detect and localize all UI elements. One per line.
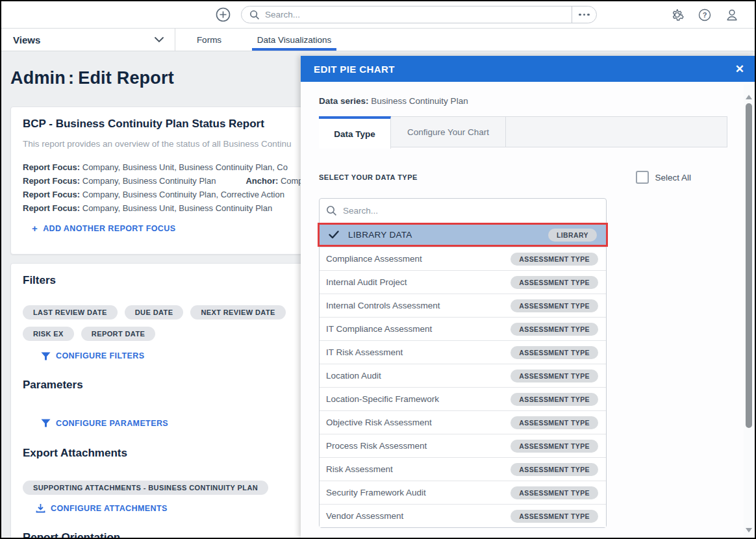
help-icon[interactable]: ? bbox=[698, 8, 712, 22]
data-type-row[interactable]: Process Risk Assessment ASSESSMENT TYPE bbox=[320, 434, 606, 457]
user-icon[interactable] bbox=[725, 8, 739, 22]
svg-text:?: ? bbox=[703, 10, 707, 18]
filter-chip[interactable]: DUE DATE bbox=[125, 305, 184, 320]
data-type-row[interactable]: Vendor Assessment ASSESSMENT TYPE bbox=[320, 504, 606, 527]
close-icon[interactable]: ✕ bbox=[735, 62, 744, 76]
data-type-badge: ASSESSMENT TYPE bbox=[510, 463, 598, 476]
top-bar-actions: ? bbox=[670, 8, 755, 22]
data-type-name: Internal Audit Project bbox=[326, 277, 407, 287]
add-report-focus-button[interactable]: + ADD ANOTHER REPORT FOCUS bbox=[32, 223, 175, 234]
data-type-badge: ASSESSMENT TYPE bbox=[510, 323, 598, 336]
data-type-badge: ASSESSMENT TYPE bbox=[510, 416, 598, 429]
data-type-badge: ASSESSMENT TYPE bbox=[510, 253, 598, 266]
tab-data-visualizations[interactable]: Data Visualizations bbox=[252, 29, 336, 51]
list-search[interactable] bbox=[320, 199, 606, 223]
data-type-row[interactable]: Location-Specific Framework ASSESSMENT T… bbox=[320, 387, 606, 410]
data-type-row[interactable]: Objective Risk Assessment ASSESSMENT TYP… bbox=[320, 410, 606, 434]
modal-body: Data series: Business Continuity Plan Da… bbox=[301, 82, 755, 528]
data-series: Data series: Business Continuity Plan bbox=[319, 96, 725, 106]
more-options-icon[interactable] bbox=[572, 6, 596, 23]
search-icon bbox=[249, 10, 260, 20]
modal-header: EDIT PIE CHART ✕ bbox=[301, 56, 755, 82]
tab-data-type[interactable]: Data Type bbox=[319, 116, 391, 149]
search-input[interactable] bbox=[265, 10, 572, 19]
data-type-name: Security Framework Audit bbox=[326, 488, 426, 497]
data-type-row[interactable]: Compliance Assessment ASSESSMENT TYPE bbox=[320, 247, 606, 270]
data-type-row[interactable]: IT Risk Assessment ASSESSMENT TYPE bbox=[320, 340, 606, 364]
data-type-name: Internal Controls Assessment bbox=[326, 301, 440, 310]
data-type-row[interactable]: Security Framework Audit ASSESSMENT TYPE bbox=[320, 481, 606, 504]
data-type-badge: LIBRARY bbox=[548, 229, 597, 242]
data-type-name: Location Audit bbox=[326, 371, 381, 381]
scroll-up-icon[interactable] bbox=[746, 95, 752, 99]
global-search[interactable] bbox=[241, 6, 597, 23]
select-all-control[interactable]: Select All bbox=[636, 171, 691, 184]
check-icon bbox=[329, 231, 339, 239]
data-type-name: IT Compliance Assessment bbox=[326, 324, 432, 334]
chevron-down-icon bbox=[154, 36, 164, 43]
filter-chip[interactable]: REPORT DATE bbox=[81, 327, 155, 341]
data-type-name: Process Risk Assessment bbox=[326, 441, 427, 451]
configure-attachments-button[interactable]: CONFIGURE ATTACHMENTS bbox=[36, 503, 168, 513]
data-type-name: Objective Risk Assessment bbox=[326, 418, 432, 427]
data-type-name: LIBRARY DATA bbox=[348, 230, 412, 240]
data-type-badge: ASSESSMENT TYPE bbox=[510, 393, 598, 406]
scroll-down-icon[interactable] bbox=[746, 528, 752, 533]
settings-gear-icon[interactable] bbox=[670, 8, 685, 22]
data-type-badge: ASSESSMENT TYPE bbox=[510, 346, 598, 359]
tab-forms[interactable]: Forms bbox=[177, 29, 242, 51]
data-type-badge: ASSESSMENT TYPE bbox=[510, 276, 598, 289]
views-label: Views bbox=[13, 34, 40, 45]
attachment-chips: SUPPORTING ATTACHMENTS - BUSINESS CONTIN… bbox=[23, 481, 328, 495]
data-type-name: Compliance Assessment bbox=[326, 254, 422, 264]
view-nav-bar: Views Forms Data Visualizations bbox=[1, 29, 755, 51]
configure-parameters-button[interactable]: CONFIGURE PARAMETERS bbox=[41, 419, 168, 428]
data-type-list: LIBRARY DATA LIBRARY Compliance Assessme… bbox=[319, 198, 607, 528]
data-type-name: IT Risk Assessment bbox=[326, 347, 403, 357]
data-type-badge: ASSESSMENT TYPE bbox=[510, 486, 598, 499]
list-search-input[interactable] bbox=[343, 206, 599, 216]
scrollbar-thumb[interactable] bbox=[746, 103, 752, 428]
modal-tab-strip: Data Type Configure Your Chart bbox=[319, 116, 727, 147]
plus-icon: + bbox=[32, 223, 38, 234]
attachment-chip[interactable]: SUPPORTING ATTACHMENTS - BUSINESS CONTIN… bbox=[23, 481, 268, 495]
data-type-row[interactable]: LIBRARY DATA LIBRARY bbox=[318, 223, 608, 247]
data-type-row[interactable]: Location Audit ASSESSMENT TYPE bbox=[320, 364, 606, 387]
select-all-label: Select All bbox=[655, 173, 691, 182]
configure-filters-button[interactable]: CONFIGURE FILTERS bbox=[41, 351, 144, 360]
edit-pie-chart-modal: EDIT PIE CHART ✕ Data series: Business C… bbox=[301, 56, 755, 538]
select-all-checkbox[interactable] bbox=[636, 171, 649, 184]
filter-chip[interactable]: NEXT REVIEW DATE bbox=[190, 305, 285, 320]
app-window: ? Views Forms Data Visualizations Admin:… bbox=[0, 0, 756, 539]
select-data-type-label: SELECT YOUR DATA TYPE bbox=[319, 173, 418, 181]
data-type-row[interactable]: Internal Audit Project ASSESSMENT TYPE bbox=[320, 270, 606, 294]
data-type-badge: ASSESSMENT TYPE bbox=[510, 370, 598, 382]
top-bar: ? bbox=[1, 1, 755, 29]
filter-chip[interactable]: LAST REVIEW DATE bbox=[23, 305, 118, 320]
list-rows: LIBRARY DATA LIBRARY Compliance Assessme… bbox=[320, 223, 606, 527]
data-type-badge: ASSESSMENT TYPE bbox=[510, 440, 598, 453]
select-data-type-row: SELECT YOUR DATA TYPE Select All bbox=[319, 171, 727, 184]
data-type-row[interactable]: IT Compliance Assessment ASSESSMENT TYPE bbox=[320, 317, 606, 340]
views-dropdown[interactable]: Views bbox=[1, 29, 175, 51]
tab-configure-your-chart[interactable]: Configure Your Chart bbox=[391, 117, 506, 147]
modal-scrollbar[interactable] bbox=[744, 84, 753, 536]
modal-title: EDIT PIE CHART bbox=[314, 64, 395, 75]
data-type-name: Location-Specific Framework bbox=[326, 394, 439, 404]
data-type-name: Risk Assessment bbox=[326, 464, 393, 474]
add-icon[interactable] bbox=[216, 7, 231, 22]
search-icon bbox=[326, 205, 337, 216]
data-type-name: Vendor Assessment bbox=[326, 511, 403, 521]
data-type-row[interactable]: Risk Assessment ASSESSMENT TYPE bbox=[320, 457, 606, 481]
download-icon bbox=[36, 503, 45, 513]
funnel-icon bbox=[41, 352, 51, 360]
data-type-badge: ASSESSMENT TYPE bbox=[510, 299, 598, 312]
filter-chips: LAST REVIEW DATE DUE DATE NEXT REVIEW DA… bbox=[23, 305, 328, 341]
data-type-badge: ASSESSMENT TYPE bbox=[510, 510, 598, 523]
data-type-row[interactable]: Internal Controls Assessment ASSESSMENT … bbox=[320, 294, 606, 317]
funnel-icon bbox=[41, 419, 51, 427]
filter-chip[interactable]: RISK EX bbox=[23, 327, 74, 341]
